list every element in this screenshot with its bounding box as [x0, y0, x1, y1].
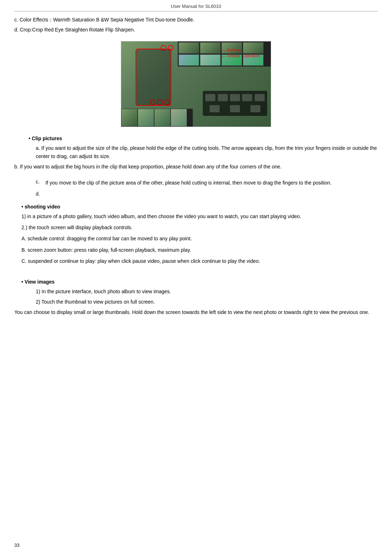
- repeal-annotation: Repeal Operation: [222, 54, 260, 58]
- clip-c-label: c.: [36, 179, 40, 187]
- clip-c-text: If you move to the clip of the picture a…: [45, 179, 332, 187]
- view-images-body: You can choose to display small or large…: [14, 308, 378, 316]
- shooting-video-item2: 2.) the touch screen will display playba…: [21, 224, 378, 232]
- page-title: User Manual for SL6010: [14, 4, 378, 11]
- view-images-item2: 2) Touch the thumbnail to view pictures …: [36, 298, 378, 306]
- page-number: 33: [14, 542, 19, 548]
- shooting-video-item1: 1) in a picture of a photo gallery, touc…: [21, 212, 378, 221]
- color-effects-line: c. Color Effects：Warmth Saturation B &W …: [14, 16, 378, 24]
- crop-line: d. Crop:Crop Red Eye Straighten Rotate F…: [14, 26, 378, 34]
- view-images-item1: 1) In the picture interface, touch photo…: [36, 288, 378, 296]
- clip-pictures-b: b. If you want to adjust the big hours i…: [14, 163, 378, 171]
- shooting-video-c: C. suspended or continue to play: play w…: [21, 257, 378, 265]
- clip-pictures-a: a. If you want to adjust the size of the…: [36, 144, 378, 161]
- view-images-header: View images: [21, 279, 378, 285]
- clip-pictures-header: Clip pictures: [29, 136, 378, 141]
- crop-items: Crop Red Eye Straighten Rotate Flip Shar…: [32, 27, 135, 33]
- image-container: Reform Repeal Operation: [14, 41, 378, 127]
- shooting-video-a: A. schedule control: dragging the contro…: [21, 235, 378, 243]
- color-effects-label: c. Color Effects：: [14, 17, 53, 23]
- clip-pictures-c-container: c. If you move to the clip of the pictur…: [36, 179, 378, 187]
- screenshot-image: Reform Repeal Operation: [121, 41, 271, 127]
- color-effects-items: Warmth Saturation B &W Sepia Negative Ti…: [53, 17, 195, 23]
- shooting-video-b: B. screen zoom button: press ratio play,…: [21, 246, 378, 254]
- crop-label: d. Crop:: [14, 27, 32, 33]
- clip-pictures-d: d.: [36, 190, 378, 198]
- shooting-video-header: shooting video: [21, 204, 378, 210]
- reform-annotation: Reform: [222, 48, 260, 52]
